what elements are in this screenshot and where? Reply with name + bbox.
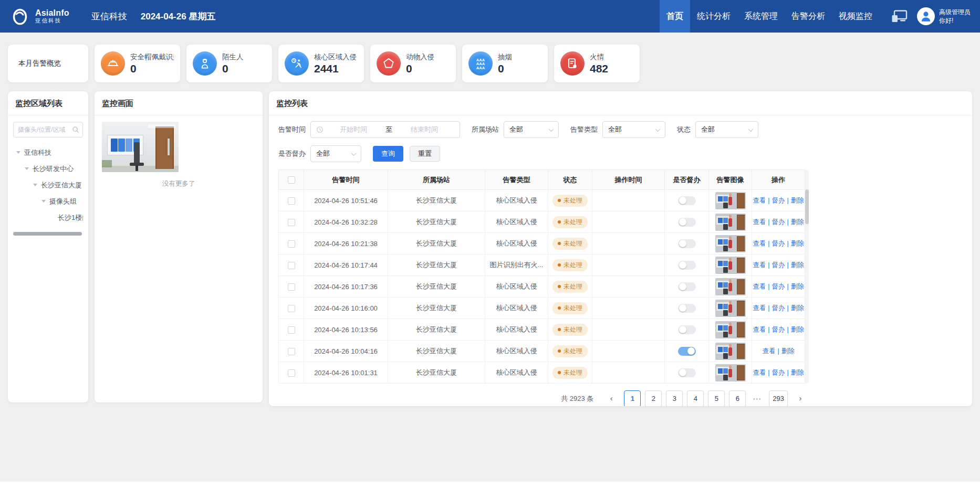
cell-alarm-time: 2024-04-26 10:32:28 bbox=[304, 211, 388, 233]
row-checkbox[interactable] bbox=[288, 219, 295, 226]
page-button-1[interactable]: 1 bbox=[624, 390, 641, 406]
action-delete[interactable]: 删除 bbox=[791, 218, 804, 226]
camera-preview[interactable] bbox=[102, 122, 179, 172]
action-view[interactable]: 查看 bbox=[753, 218, 766, 226]
action-supervise[interactable]: 督办 bbox=[772, 304, 785, 312]
row-checkbox[interactable] bbox=[288, 348, 295, 355]
action-supervise[interactable]: 督办 bbox=[772, 326, 785, 333]
site-label: 所属场站 bbox=[472, 125, 499, 134]
tree-node[interactable]: 亚信科技 bbox=[13, 144, 83, 161]
alarm-image-thumb[interactable] bbox=[715, 343, 746, 360]
supervise-toggle[interactable] bbox=[678, 325, 696, 334]
prev-page-button[interactable]: ‹ bbox=[603, 390, 620, 406]
action-delete[interactable]: 删除 bbox=[791, 326, 804, 333]
select-all-checkbox[interactable] bbox=[288, 176, 295, 184]
action-view[interactable]: 查看 bbox=[753, 240, 766, 247]
tree-node[interactable]: 长沙1楼门口 bbox=[13, 209, 83, 226]
more-pages-button[interactable]: ••• bbox=[750, 396, 765, 402]
row-checkbox[interactable] bbox=[288, 197, 295, 205]
page-button-4[interactable]: 4 bbox=[687, 390, 704, 406]
action-delete[interactable]: 删除 bbox=[791, 240, 804, 247]
page-button-5[interactable]: 5 bbox=[708, 390, 725, 406]
screens-button[interactable] bbox=[879, 0, 917, 33]
action-view[interactable]: 查看 bbox=[753, 283, 766, 290]
nav-item-system[interactable]: 系统管理 bbox=[737, 0, 785, 33]
supervise-select[interactable]: 全部 bbox=[310, 145, 361, 162]
action-supervise[interactable]: 督办 bbox=[772, 261, 785, 269]
tree-node[interactable]: 长沙亚信大厦 bbox=[13, 177, 83, 193]
chevron-down-icon bbox=[655, 126, 661, 132]
row-checkbox[interactable] bbox=[288, 326, 295, 334]
page-button-293[interactable]: 293 bbox=[769, 390, 788, 406]
supervise-toggle[interactable] bbox=[678, 282, 696, 291]
supervise-toggle[interactable] bbox=[678, 196, 696, 205]
alarm-image-thumb[interactable] bbox=[715, 300, 746, 317]
alarm-time-range-picker[interactable]: 开始时间 至 结束时间 bbox=[310, 121, 460, 138]
vertical-scrollbar[interactable] bbox=[805, 169, 809, 384]
alarm-image-thumb[interactable] bbox=[715, 278, 746, 295]
alarm-image-thumb[interactable] bbox=[715, 364, 746, 381]
action-delete[interactable]: 删除 bbox=[781, 347, 795, 355]
supervise-toggle[interactable] bbox=[678, 239, 696, 248]
nav-item-stats[interactable]: 统计分析 bbox=[690, 0, 737, 33]
caret-down-icon[interactable] bbox=[25, 167, 29, 170]
action-view[interactable]: 查看 bbox=[753, 261, 766, 269]
status-select[interactable]: 全部 bbox=[695, 121, 758, 138]
page-button-3[interactable]: 3 bbox=[666, 390, 683, 406]
row-checkbox[interactable] bbox=[288, 283, 295, 291]
row-checkbox[interactable] bbox=[288, 240, 295, 248]
intrusion-icon bbox=[285, 51, 309, 76]
next-page-button[interactable]: › bbox=[792, 390, 809, 406]
tree-node[interactable]: 摄像头组 bbox=[13, 193, 83, 209]
camera-preview-door bbox=[155, 126, 174, 169]
alarm-image-thumb[interactable] bbox=[715, 214, 746, 231]
nav-item-video[interactable]: 视频监控 bbox=[832, 0, 879, 33]
row-checkbox[interactable] bbox=[288, 305, 295, 312]
action-view[interactable]: 查看 bbox=[762, 347, 775, 355]
action-view[interactable]: 查看 bbox=[753, 369, 766, 376]
action-view[interactable]: 查看 bbox=[753, 304, 766, 312]
status-badge: 未处理 bbox=[552, 238, 588, 250]
action-supervise[interactable]: 督办 bbox=[772, 240, 785, 247]
query-button[interactable]: 查询 bbox=[373, 146, 403, 162]
nav-item-home[interactable]: 首页 bbox=[660, 0, 690, 33]
action-supervise[interactable]: 督办 bbox=[772, 283, 785, 290]
horizontal-scrollbar[interactable] bbox=[13, 232, 82, 236]
tree-node[interactable]: 长沙研发中心 bbox=[13, 161, 83, 177]
supervise-toggle[interactable] bbox=[678, 304, 696, 313]
cell-alarm-type: 核心区域入侵 bbox=[485, 341, 548, 362]
alarm-image-thumb[interactable] bbox=[715, 321, 746, 338]
row-checkbox[interactable] bbox=[288, 262, 295, 269]
caret-down-icon[interactable] bbox=[16, 151, 20, 154]
action-delete[interactable]: 删除 bbox=[791, 261, 804, 269]
caret-down-icon[interactable] bbox=[33, 184, 37, 186]
alarm-image-thumb[interactable] bbox=[715, 235, 746, 252]
caret-down-icon[interactable] bbox=[41, 200, 46, 203]
type-select[interactable]: 全部 bbox=[602, 121, 665, 138]
page-button-2[interactable]: 2 bbox=[645, 390, 662, 406]
row-checkbox[interactable] bbox=[288, 369, 295, 377]
action-delete[interactable]: 删除 bbox=[791, 283, 804, 290]
user-menu[interactable]: 高级管理员 你好! bbox=[917, 0, 980, 33]
action-delete[interactable]: 删除 bbox=[791, 197, 804, 204]
reset-button[interactable]: 重置 bbox=[410, 146, 440, 162]
action-supervise[interactable]: 督办 bbox=[772, 369, 785, 376]
action-delete[interactable]: 删除 bbox=[791, 369, 804, 376]
action-view[interactable]: 查看 bbox=[753, 197, 766, 204]
action-view[interactable]: 查看 bbox=[753, 326, 766, 333]
action-supervise[interactable]: 督办 bbox=[772, 197, 785, 204]
alarm-image-thumb[interactable] bbox=[715, 192, 746, 209]
status-badge: 未处理 bbox=[552, 302, 588, 314]
alarm-image-thumb[interactable] bbox=[715, 257, 746, 274]
alarm-table: 告警时间 所属场站 告警类型 状态 操作时间 是否督办 告警图像 操作 bbox=[278, 169, 805, 384]
action-delete[interactable]: 删除 bbox=[791, 304, 804, 312]
nav-item-alarm-analysis[interactable]: 告警分析 bbox=[785, 0, 832, 33]
action-supervise[interactable]: 督办 bbox=[772, 218, 785, 226]
table-header-row: 告警时间 所属场站 告警类型 状态 操作时间 是否督办 告警图像 操作 bbox=[279, 170, 805, 190]
supervise-toggle[interactable] bbox=[678, 368, 696, 377]
supervise-toggle[interactable] bbox=[678, 347, 696, 356]
supervise-toggle[interactable] bbox=[678, 261, 696, 270]
supervise-toggle[interactable] bbox=[678, 218, 696, 227]
page-button-6[interactable]: 6 bbox=[729, 390, 746, 406]
site-select[interactable]: 全部 bbox=[504, 121, 559, 138]
